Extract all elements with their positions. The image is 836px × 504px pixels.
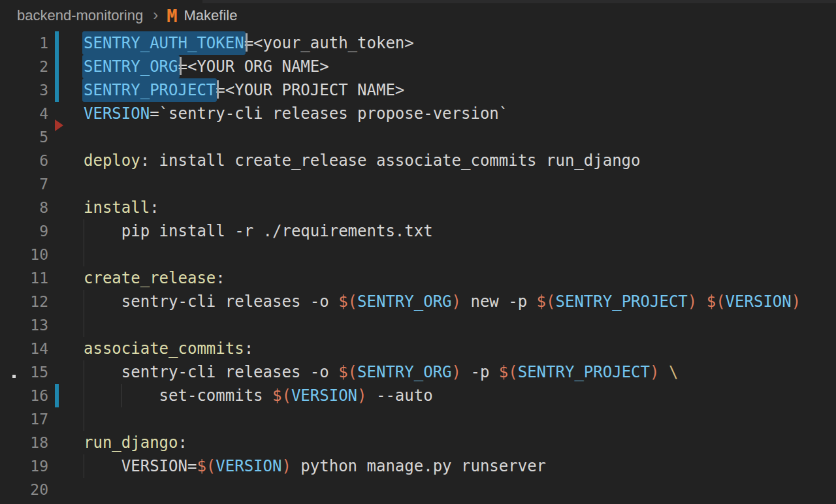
code-line: 11create_release: (0, 266, 836, 290)
code-line-content[interactable] (84, 313, 836, 337)
code-line: 2SENTRY_ORG=<YOUR ORG NAME> (0, 55, 836, 78)
code-token: deploy (84, 151, 140, 170)
modified-lines-indicator (55, 31, 59, 55)
code-token: =`sentry-cli releases propose-version` (150, 104, 508, 123)
code-line-content[interactable]: associate_commits: (84, 337, 836, 360)
code-token: =<YOUR ORG NAME> (178, 57, 329, 76)
line-number[interactable]: 7 (0, 172, 48, 196)
code-token: ) (452, 363, 461, 381)
code-token: : (178, 433, 187, 452)
code-token: $( (499, 363, 518, 381)
indent-guide (84, 243, 84, 266)
code-token: ) (281, 457, 291, 475)
code-line: 6deploy: install create_release associat… (0, 149, 836, 172)
code-line-content[interactable]: deploy: install create_release associate… (84, 149, 836, 172)
code-line: 5 (0, 125, 836, 149)
breadcrumb: backend-monitoring › M Makefile (0, 0, 836, 31)
code-line-content[interactable]: SENTRY_AUTH_TOKEN=<your_auth_token> (84, 31, 836, 55)
code-token: VERSION (84, 104, 150, 123)
line-number[interactable]: 17 (0, 407, 48, 431)
line-number[interactable]: 18 (0, 431, 48, 454)
code-line-content[interactable]: VERSION=$(VERSION) python manage.py runs… (84, 454, 836, 478)
line-number[interactable]: 2 (0, 55, 48, 78)
code-editor[interactable]: 1SENTRY_AUTH_TOKEN=<your_auth_token>2SEN… (0, 31, 836, 501)
code-line-content[interactable]: run_django: (84, 431, 836, 454)
line-number[interactable]: 3 (0, 78, 48, 102)
indent-guide (121, 384, 122, 407)
line-number[interactable]: 16 (0, 384, 48, 407)
code-token: install (84, 198, 150, 217)
code-token: associate_commits (84, 339, 244, 358)
code-token: sentry-cli releases -o (84, 292, 338, 311)
code-line: 1SENTRY_AUTH_TOKEN=<your_auth_token> (0, 31, 836, 55)
code-line: 12 sentry-cli releases -o $(SENTRY_ORG) … (0, 290, 836, 313)
indent-guide (84, 407, 84, 431)
line-number[interactable]: 6 (0, 149, 48, 172)
code-token: VERSION= (84, 457, 197, 475)
line-number[interactable]: 12 (0, 290, 48, 313)
code-token: run_django (84, 433, 178, 452)
code-line: 14associate_commits: (0, 337, 836, 360)
indent-guide (84, 219, 84, 243)
code-line-content[interactable] (84, 172, 836, 196)
line-number[interactable]: 20 (0, 478, 48, 501)
code-line-content[interactable]: pip install -r ./requirements.txt (84, 219, 836, 243)
code-line-content[interactable]: SENTRY_PROJECT=<YOUR PROJECT NAME> (84, 78, 836, 102)
line-number[interactable]: 13 (0, 313, 48, 337)
indent-guide (84, 290, 84, 313)
indent-guide (84, 313, 84, 337)
code-line: 20 (0, 478, 836, 501)
code-line: 8install: (0, 196, 836, 219)
code-token: $( (338, 292, 357, 311)
line-number[interactable]: 8 (0, 196, 48, 219)
deleted-lines-indicator (55, 119, 63, 131)
code-token (697, 292, 706, 311)
line-number[interactable]: 19 (0, 454, 48, 478)
code-token: : (244, 339, 253, 358)
code-line-content[interactable]: sentry-cli releases -o $(SENTRY_ORG) new… (84, 290, 836, 313)
code-line-content[interactable]: install: (84, 196, 836, 219)
code-token: : (150, 198, 159, 217)
line-number[interactable]: 9 (0, 219, 48, 243)
code-line-content[interactable]: sentry-cli releases -o $(SENTRY_ORG) -p … (84, 360, 836, 384)
code-line-content[interactable]: VERSION=`sentry-cli releases propose-ver… (84, 102, 836, 125)
code-token: $( (707, 292, 726, 311)
code-token: $( (338, 363, 357, 381)
code-token: ) (650, 363, 659, 381)
code-token: $( (537, 292, 556, 311)
code-line-content[interactable] (84, 478, 836, 501)
code-line-content[interactable] (84, 407, 836, 431)
text-cursor (217, 80, 219, 99)
code-token: ) (688, 292, 697, 311)
indent-guide (84, 454, 84, 478)
code-token: set-commits (84, 386, 272, 405)
code-line: 17 (0, 407, 836, 431)
code-token: -p (461, 363, 499, 381)
line-number[interactable]: 10 (0, 243, 48, 266)
line-number[interactable]: 4 (0, 102, 48, 125)
code-token: SENTRY_PROJECT (518, 363, 650, 381)
code-line: 16 set-commits $(VERSION) --auto (0, 384, 836, 407)
code-line: 7 (0, 172, 836, 196)
code-token: VERSION (291, 386, 357, 405)
selected-token: SENTRY_PROJECT (82, 78, 217, 102)
text-cursor (246, 33, 248, 52)
line-number[interactable]: 1 (0, 31, 48, 55)
code-token: : (216, 269, 225, 287)
code-line-content[interactable] (84, 125, 836, 149)
line-number[interactable]: 15 (0, 360, 48, 384)
line-number[interactable]: 14 (0, 337, 48, 360)
chevron-right-icon: › (153, 7, 158, 25)
line-number[interactable]: 5 (0, 125, 48, 149)
code-token: pip install -r ./requirements.txt (84, 222, 433, 240)
code-line-content[interactable]: set-commits $(VERSION) --auto (84, 384, 836, 407)
code-line-content[interactable] (84, 243, 836, 266)
breadcrumb-folder[interactable]: backend-monitoring (17, 7, 143, 24)
modified-lines-indicator (55, 384, 59, 407)
code-line-content[interactable]: SENTRY_ORG=<YOUR ORG NAME> (84, 55, 836, 78)
code-token: new -p (461, 292, 537, 311)
code-line-content[interactable]: create_release: (84, 266, 836, 290)
line-number[interactable]: 11 (0, 266, 48, 290)
code-token: --auto (367, 386, 433, 405)
breadcrumb-file[interactable]: Makefile (184, 7, 238, 24)
